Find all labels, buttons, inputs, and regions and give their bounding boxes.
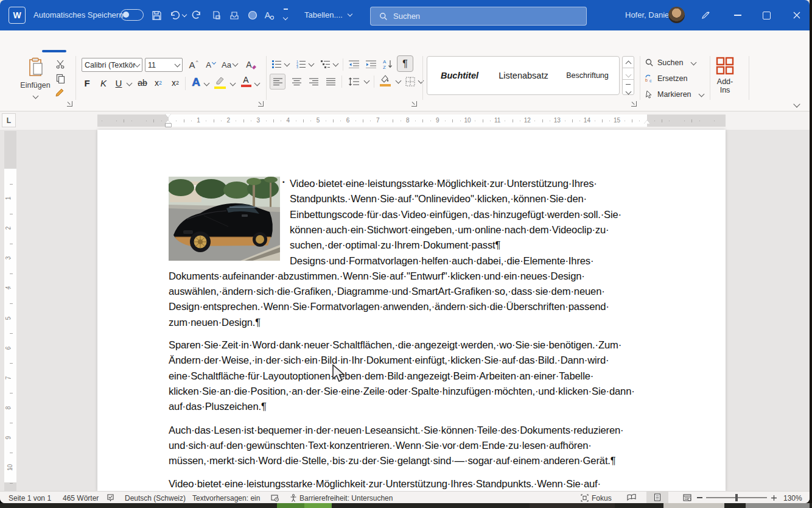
avatar[interactable] bbox=[668, 7, 685, 23]
highlight-color-icon[interactable] bbox=[214, 76, 228, 90]
spellcheck-icon[interactable] bbox=[105, 493, 115, 502]
text-predictions[interactable]: Textvorhersagen: ein bbox=[192, 494, 260, 503]
document-image-car[interactable] bbox=[169, 177, 280, 261]
accessibility-status[interactable]: Barrierefreiheit: Untersuchen bbox=[299, 494, 393, 503]
find-button[interactable]: Suchen bbox=[645, 57, 706, 69]
autosave-toggle[interactable] bbox=[121, 9, 144, 21]
underline-button[interactable]: U bbox=[112, 76, 125, 90]
font-color-icon[interactable]: A bbox=[240, 75, 252, 91]
doc-line[interactable]: suchen,·der·optimal·zu·Ihrem·Dokument·pa… bbox=[290, 239, 500, 252]
cut-icon[interactable] bbox=[54, 58, 67, 70]
doc-line[interactable]: Ändern·der·Weise,·in·der·sich·ein·Bild·i… bbox=[169, 355, 609, 367]
align-right-button[interactable] bbox=[306, 75, 321, 88]
doc-line[interactable]: können·auch·ein·Stichwort·eingeben,·um·o… bbox=[290, 224, 609, 236]
align-center-button[interactable] bbox=[289, 75, 304, 88]
grow-font-icon[interactable]: A^ bbox=[186, 57, 201, 72]
borders-icon[interactable] bbox=[404, 75, 417, 88]
doc-line[interactable]: Auch·das·Lesen·ist·bequemer·in·der·neuen… bbox=[169, 425, 623, 437]
decrease-indent-icon[interactable] bbox=[347, 58, 360, 70]
doc-line[interactable]: klicken·Sie·an·die·Position,·an·der·Sie·… bbox=[169, 386, 635, 398]
maximize-button[interactable] bbox=[754, 0, 779, 30]
zoom-in-button[interactable] bbox=[769, 493, 778, 502]
word-count[interactable]: 465 Wörter bbox=[63, 494, 99, 503]
style-buchtitel[interactable]: Buchtitel bbox=[435, 57, 485, 94]
justify-button[interactable] bbox=[323, 75, 338, 88]
print-preview-icon[interactable] bbox=[209, 9, 223, 22]
replace-button[interactable]: bc Ersetzen bbox=[645, 73, 706, 85]
styles-scroll-up[interactable] bbox=[622, 56, 634, 68]
zoom-slider-thumb[interactable] bbox=[735, 494, 738, 501]
tab-selector[interactable]: L bbox=[2, 113, 16, 127]
doc-line[interactable]: zum·neuen·Design.¶ bbox=[169, 317, 261, 329]
line-spacing-dropdown-icon[interactable] bbox=[364, 78, 370, 84]
multilevel-dropdown-icon[interactable] bbox=[333, 61, 339, 67]
numbering-dropdown-icon[interactable] bbox=[309, 61, 315, 67]
numbering-icon[interactable]: 123 bbox=[295, 58, 307, 70]
bullets-dropdown-icon[interactable] bbox=[284, 61, 290, 67]
doc-line[interactable]: auf·das·Pluszeichen.¶ bbox=[169, 401, 267, 413]
doc-line[interactable]: Dokuments·aufeinander·abzustimmen.·Wenn·… bbox=[169, 270, 585, 283]
doc-line[interactable]: Design·entsprechen.·Wenn·Sie·Formatvorla… bbox=[169, 301, 609, 313]
subscript-button[interactable]: x2 bbox=[151, 76, 166, 90]
zoom-out-button[interactable] bbox=[695, 493, 704, 502]
italic-button[interactable]: K bbox=[97, 76, 110, 90]
styles-scroll-down[interactable] bbox=[622, 68, 634, 80]
search-box[interactable]: Suchen bbox=[370, 7, 587, 26]
tray-icon[interactable] bbox=[228, 9, 241, 22]
doc-line[interactable]: müssen,·merkt·sich·Word·die·Stelle,·bis·… bbox=[169, 455, 616, 467]
close-button[interactable] bbox=[783, 0, 810, 30]
text-effects-icon[interactable]: A bbox=[189, 74, 203, 90]
focus-label[interactable]: Fokus bbox=[592, 494, 612, 503]
accessibility-icon[interactable] bbox=[289, 493, 298, 502]
strikethrough-button[interactable]: ab bbox=[135, 76, 150, 90]
highlight-dropdown-icon[interactable] bbox=[230, 80, 236, 86]
shading-icon[interactable] bbox=[380, 74, 393, 89]
underline-dropdown-icon[interactable] bbox=[127, 80, 133, 86]
align-left-button[interactable] bbox=[270, 74, 285, 90]
bullets-icon[interactable] bbox=[271, 58, 283, 70]
collapse-ribbon-icon[interactable] bbox=[793, 101, 800, 107]
web-layout-icon[interactable] bbox=[682, 493, 693, 502]
language-indicator[interactable]: Deutsch (Schweiz) bbox=[125, 494, 186, 503]
doc-line[interactable]: Einbettungscode·für·das·Video·einfügen,·… bbox=[290, 209, 621, 221]
styles-dialog-launcher[interactable] bbox=[631, 101, 637, 107]
shading-dropdown-icon[interactable] bbox=[396, 78, 402, 84]
doc-line[interactable]: Video·bietet·eine·leistungsstarke·Möglic… bbox=[290, 178, 597, 190]
left-indent-marker[interactable] bbox=[166, 124, 171, 127]
paragraph-dialog-launcher[interactable] bbox=[411, 101, 417, 107]
document-title-dropdown-icon[interactable] bbox=[348, 12, 352, 16]
increase-indent-icon[interactable] bbox=[364, 58, 377, 70]
doc-line[interactable]: eine·Schaltfläche·für·Layoutoptionen·neb… bbox=[169, 370, 593, 383]
format-painter-icon[interactable] bbox=[54, 86, 67, 99]
zoom-slider[interactable] bbox=[706, 497, 767, 498]
bold-button[interactable]: F bbox=[80, 76, 94, 90]
shrink-font-icon[interactable]: A bbox=[203, 57, 218, 72]
redo-icon[interactable] bbox=[190, 9, 203, 22]
sort-icon[interactable]: AZ bbox=[381, 57, 396, 71]
minimize-button[interactable] bbox=[726, 0, 750, 30]
focus-icon[interactable] bbox=[579, 493, 589, 502]
style-listenabsatz[interactable]: Listenabsatz bbox=[494, 57, 553, 94]
page-indicator[interactable]: Seite 1 von 1 bbox=[9, 494, 51, 503]
styles-gallery-more[interactable] bbox=[622, 79, 634, 95]
clock-document-icon[interactable] bbox=[270, 493, 279, 502]
find-dropdown-icon[interactable] bbox=[691, 60, 697, 66]
font-size-combo[interactable]: 11 bbox=[145, 58, 183, 72]
qat-overflow-icon[interactable] bbox=[281, 11, 290, 19]
record-icon[interactable] bbox=[246, 9, 259, 22]
superscript-button[interactable]: x2 bbox=[168, 76, 183, 90]
font-dialog-launcher[interactable] bbox=[258, 101, 264, 107]
doc-line[interactable]: Designs·und·Formatvorlagen·helfen·auch·d… bbox=[290, 255, 593, 267]
vertical-ruler[interactable]: 12345678910 bbox=[4, 131, 16, 491]
right-indent-marker[interactable] bbox=[644, 120, 650, 124]
copy-icon[interactable] bbox=[54, 72, 67, 85]
doc-line[interactable]: Video·bietet·eine·leistungsstarke·Möglic… bbox=[169, 478, 601, 490]
read-mode-icon[interactable] bbox=[626, 493, 637, 502]
user-name[interactable]: Hofer, Daniel bbox=[625, 10, 671, 19]
doc-line[interactable]: auswählen,·ändern·sich·die·Grafiken,·Dia… bbox=[169, 286, 605, 298]
first-line-indent-marker[interactable] bbox=[165, 114, 171, 118]
doc-line[interactable]: Sparen·Sie·Zeit·in·Word·dank·neuer·Schal… bbox=[169, 339, 621, 351]
document-title[interactable]: Tabellen.... bbox=[304, 10, 343, 19]
word-app-icon[interactable]: W bbox=[9, 7, 26, 24]
change-case-icon[interactable]: Aa bbox=[220, 57, 239, 72]
